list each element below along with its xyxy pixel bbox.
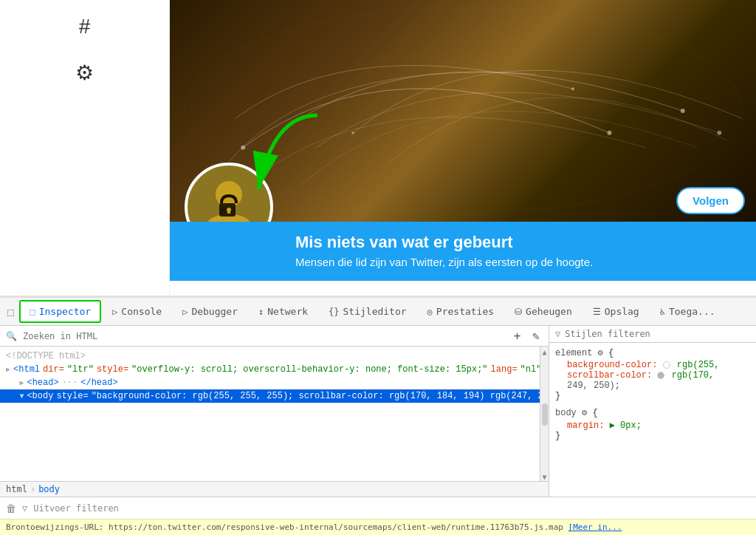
- tab-stijleditor[interactable]: {} Stijleditor: [319, 301, 416, 322]
- tab-prestaties-label: Prestaties: [436, 306, 494, 317]
- html-html-tag-line: ▶ <html dir="ltr" style="overflow-y: scr…: [0, 363, 540, 376]
- scroll-down-button[interactable]: ▼: [542, 473, 546, 481]
- console-tab-icon: ▷: [112, 307, 117, 317]
- promo-subheading: Mensen die lid zijn van Twitter, zijn al…: [295, 256, 741, 268]
- green-arrow: [229, 100, 332, 222]
- tab-opslag-label: Opslag: [605, 306, 639, 317]
- tab-debugger-label: Debugger: [191, 306, 238, 317]
- css-filter-input[interactable]: [565, 329, 750, 339]
- pick-element-icon[interactable]: ⬚: [3, 303, 18, 321]
- html-content-area: <!DOCTYPE html> ▶ <html dir="ltr" style=…: [0, 347, 540, 481]
- css-prop-margin: margin: ▶ 0px;: [555, 420, 750, 431]
- color-swatch-scrollbar[interactable]: [657, 372, 664, 379]
- svg-point-6: [351, 132, 354, 134]
- follow-button[interactable]: Volgen: [676, 187, 745, 214]
- debugger-tab-icon: ▷: [182, 307, 188, 317]
- toegankelijkheid-tab-icon: ♿: [660, 307, 665, 317]
- tab-geheugen[interactable]: ⛁ Geheugen: [505, 301, 582, 322]
- site-main: Volgen Mis niets van wat er gebeurt Mens…: [170, 0, 756, 296]
- trash-icon[interactable]: 🗑: [6, 502, 16, 514]
- tab-toegankelijkheid-label: Toega...: [669, 306, 715, 317]
- twitter-promo-section: Mis niets van wat er gebeurt Mensen die …: [170, 222, 756, 281]
- output-filter-text: Uitvoer filteren: [33, 503, 119, 514]
- css-closing-brace-element: }: [555, 391, 750, 401]
- opslag-tab-icon: ☰: [593, 307, 601, 317]
- scroll-up-button[interactable]: ▲: [542, 348, 546, 356]
- inspector-tab-icon: ⬚: [30, 307, 35, 317]
- add-node-button[interactable]: +: [511, 329, 524, 343]
- site-sidebar: # ⚙: [0, 0, 170, 296]
- prestaties-tab-icon: ◎: [427, 307, 433, 317]
- css-selector-element: element ⚙ {: [555, 347, 750, 358]
- gear-icon-body[interactable]: ⚙: [582, 408, 587, 418]
- html-search-input[interactable]: [23, 331, 505, 341]
- geheugen-tab-icon: ⛁: [515, 307, 522, 317]
- tab-inspector-label: Inspector: [39, 306, 91, 317]
- html-breadcrumb: html › body: [0, 481, 549, 497]
- svg-point-3: [681, 109, 685, 113]
- css-val-continued: 249, 250);: [555, 381, 750, 391]
- world-map-banner: Volgen: [170, 0, 756, 222]
- tab-console[interactable]: ▷ Console: [103, 301, 171, 322]
- devtools-output-filter-bar: 🗑 ▽ Uitvoer filteren: [0, 497, 756, 519]
- css-prop-scrollbar: scrollbar-color: rgb(170,: [555, 370, 750, 381]
- css-prop-bg: background-color: rgb(255,: [555, 360, 750, 370]
- promo-heading: Mis niets van wat er gebeurt: [295, 233, 741, 252]
- css-rule-element: element ⚙ { background-color: rgb(255, s…: [555, 347, 750, 401]
- source-map-link[interactable]: [Meer in...: [568, 522, 622, 532]
- svg-point-2: [608, 131, 612, 135]
- html-search-bar: 🔍 + ✎: [0, 326, 549, 347]
- html-head-line: ▶ <head> ··· </head>: [0, 376, 540, 389]
- filter-icon: ▽: [555, 329, 560, 339]
- tab-geheugen-label: Geheugen: [526, 306, 572, 317]
- pick-node-button[interactable]: ✎: [529, 329, 543, 343]
- svg-point-5: [571, 87, 574, 90]
- css-content-area: element ⚙ { background-color: rgb(255, s…: [549, 343, 756, 497]
- css-closing-brace-body: }: [555, 431, 750, 441]
- search-icon: 🔍: [6, 331, 17, 341]
- css-rule-body: body ⚙ { margin: ▶ 0px; }: [555, 407, 750, 441]
- hashtag-icon: #: [79, 15, 91, 38]
- tab-inspector[interactable]: ⬚ Inspector: [19, 300, 101, 323]
- tab-console-label: Console: [121, 306, 162, 317]
- tab-opslag[interactable]: ☰ Opslag: [583, 301, 649, 322]
- gear-icon[interactable]: ⚙: [598, 348, 603, 358]
- html-scroll-track: ▲ ▼: [540, 347, 549, 481]
- css-panel: ▽ element ⚙ { background-color: rgb(255,: [549, 326, 756, 497]
- breadcrumb-html[interactable]: html: [6, 484, 27, 494]
- netwerk-tab-icon: ↕: [258, 307, 264, 317]
- tab-netwerk[interactable]: ↕ Netwerk: [249, 301, 317, 322]
- color-swatch-bg[interactable]: [663, 361, 670, 369]
- source-map-bar: Brontoewijzings-URL: https://ton.twitter…: [0, 519, 756, 535]
- svg-point-4: [717, 131, 721, 135]
- browser-window: # ⚙: [0, 0, 756, 535]
- tab-debugger[interactable]: ▷ Debugger: [173, 301, 247, 322]
- html-panel: 🔍 + ✎ <!DOCTYPE html> ▶ <html dir: [0, 326, 549, 497]
- stijleditor-tab-icon: {}: [329, 307, 339, 317]
- settings-icon: ⚙: [75, 61, 94, 85]
- css-selector-body: body ⚙ {: [555, 407, 750, 418]
- devtools-main-area: 🔍 + ✎ <!DOCTYPE html> ▶ <html dir: [0, 326, 756, 497]
- devtools-toolbar: ⬚ ⬚ Inspector ▷ Console ▷ Debugger ↕ Net…: [0, 298, 756, 326]
- site-content: # ⚙: [0, 0, 756, 296]
- tab-stijleditor-label: Stijleditor: [343, 306, 407, 317]
- tab-toegankelijkheid[interactable]: ♿ Toega...: [650, 301, 725, 322]
- html-doctype-line: <!DOCTYPE html>: [0, 350, 540, 363]
- devtools-panel: ⬚ ⬚ Inspector ▷ Console ▷ Debugger ↕ Net…: [0, 296, 756, 535]
- html-body-line[interactable]: ▼ <body style="background-color: rgb(255…: [0, 389, 540, 403]
- source-map-label: Brontoewijzings-URL: https://ton.twitter…: [6, 522, 563, 532]
- css-filter-bar: ▽: [549, 326, 756, 343]
- output-filter-label: ▽: [22, 503, 27, 514]
- tab-netwerk-label: Netwerk: [267, 306, 308, 317]
- breadcrumb-body[interactable]: body: [38, 484, 60, 494]
- tab-prestaties[interactable]: ◎ Prestaties: [418, 301, 504, 322]
